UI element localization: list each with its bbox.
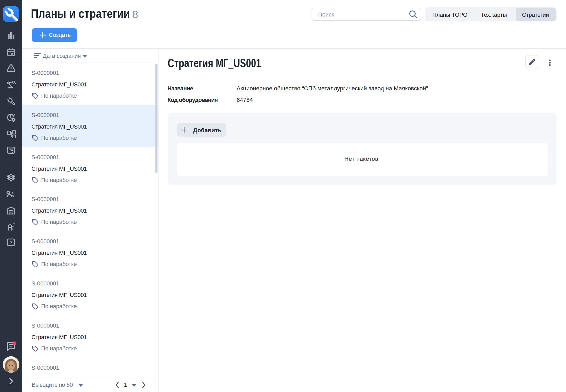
svg-text:?: ? [9, 240, 13, 245]
